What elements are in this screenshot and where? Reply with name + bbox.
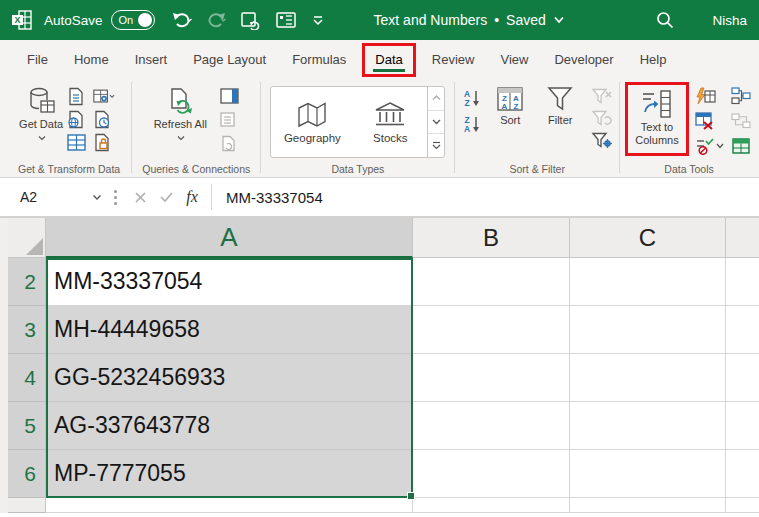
from-text-csv-icon[interactable]	[67, 86, 89, 106]
cell-partial[interactable]	[726, 258, 759, 306]
enter-button[interactable]	[153, 178, 179, 216]
bank-icon	[373, 101, 407, 129]
sort-button[interactable]: Z A A Z Sort	[489, 84, 531, 127]
document-title[interactable]: Text and Numbers • Saved	[374, 12, 565, 28]
tab-help[interactable]: Help	[627, 40, 680, 78]
cell-c2[interactable]	[570, 258, 726, 306]
row-header-3[interactable]: 3	[8, 306, 46, 354]
search-icon[interactable]	[652, 6, 678, 34]
reapply-filter-button[interactable]	[591, 108, 613, 128]
formula-bar-input[interactable]: MM-33337054	[218, 189, 323, 206]
manage-data-model-button[interactable]	[731, 136, 753, 156]
row-header-5[interactable]: 5	[8, 402, 46, 450]
existing-connections-icon[interactable]	[93, 132, 115, 152]
name-box[interactable]: A2	[8, 178, 108, 216]
properties-icon[interactable]	[220, 110, 242, 130]
flash-fill-button[interactable]	[695, 86, 717, 106]
group-separator	[131, 82, 132, 173]
from-web-icon[interactable]	[67, 109, 89, 129]
cell-a6[interactable]: MP-7777055	[46, 450, 413, 498]
cell-a2[interactable]: MM-33337054	[46, 258, 413, 306]
gallery-scroll-down[interactable]	[428, 111, 444, 135]
tab-file[interactable]: File	[14, 40, 61, 78]
cell-b6[interactable]	[413, 450, 570, 498]
queries-connections-pane-icon[interactable]	[220, 86, 242, 106]
get-data-button[interactable]: Get Data	[15, 84, 67, 144]
geography-data-type[interactable]: Geography	[271, 87, 353, 157]
formula-bar-handle[interactable]	[108, 190, 127, 205]
cell-b5[interactable]	[413, 402, 570, 450]
redo-button[interactable]	[203, 6, 229, 34]
row-header-2[interactable]: 2	[8, 258, 46, 306]
stocks-data-type[interactable]: Stocks	[353, 87, 427, 157]
cell-b4[interactable]	[413, 354, 570, 402]
cell-partial[interactable]	[726, 498, 759, 513]
tab-view[interactable]: View	[487, 40, 541, 78]
sort-ascending-button[interactable]: AZ	[463, 88, 485, 108]
gallery-scroll-up[interactable]	[428, 87, 444, 111]
cell-partial[interactable]	[726, 450, 759, 498]
cell-c6[interactable]	[570, 450, 726, 498]
dropdown-chevron-icon	[177, 135, 185, 141]
gallery-more-button[interactable]	[428, 134, 444, 157]
spreadsheet-grid: A B C 2 MM-33337054 3 MH-44449658 4 GG-5…	[0, 218, 759, 513]
gallery-scroll	[427, 87, 444, 157]
edit-links-icon[interactable]	[220, 134, 242, 154]
text-to-columns-button[interactable]: Text to Columns	[629, 87, 685, 147]
autosave-label: AutoSave	[44, 13, 103, 28]
column-header-partial[interactable]	[726, 218, 759, 258]
filter-button[interactable]: Filter	[537, 84, 583, 127]
column-header-c[interactable]: C	[570, 218, 726, 258]
cell-partial[interactable]	[726, 402, 759, 450]
column-header-b[interactable]: B	[413, 218, 570, 258]
cell-partial[interactable]	[726, 354, 759, 402]
advanced-filter-button[interactable]	[591, 130, 613, 150]
table-row: 5 AG-337643778	[8, 402, 759, 450]
cell-b7[interactable]	[413, 498, 570, 513]
data-validation-button[interactable]	[695, 136, 725, 156]
autosave-toggle[interactable]: On	[111, 10, 155, 30]
cell-c4[interactable]	[570, 354, 726, 402]
column-header-a[interactable]: A	[46, 218, 413, 258]
row-header-6[interactable]: 6	[8, 450, 46, 498]
undo-button[interactable]	[169, 6, 195, 34]
svg-text:A: A	[502, 102, 508, 111]
tab-page-layout[interactable]: Page Layout	[180, 40, 279, 78]
save-versions-icon[interactable]	[237, 6, 264, 34]
consolidate-button[interactable]	[731, 86, 753, 106]
dropdown-chevron-icon	[38, 135, 46, 141]
cell-a5[interactable]: AG-337643778	[46, 402, 413, 450]
tab-review[interactable]: Review	[419, 40, 488, 78]
row-header-4[interactable]: 4	[8, 354, 46, 402]
grid-left-gutter	[0, 218, 8, 513]
clear-filter-button[interactable]	[591, 86, 613, 106]
tab-insert[interactable]: Insert	[122, 40, 181, 78]
select-all-button[interactable]	[8, 218, 46, 258]
cancel-button[interactable]	[127, 178, 153, 216]
user-name[interactable]: Nisha	[712, 13, 747, 28]
insert-function-button[interactable]: fx	[179, 178, 205, 216]
cell-c3[interactable]	[570, 306, 726, 354]
cell-c7[interactable]	[570, 498, 726, 513]
tab-formulas[interactable]: Formulas	[279, 40, 359, 78]
cell-a4[interactable]: GG-5232456933	[46, 354, 413, 402]
tab-data[interactable]: Data	[362, 43, 415, 77]
from-table-range-icon[interactable]	[67, 132, 89, 152]
from-table-picture-icon[interactable]	[93, 86, 115, 106]
ribbon-display-options-icon[interactable]	[272, 6, 300, 34]
remove-duplicates-button[interactable]	[695, 111, 717, 131]
cell-b3[interactable]	[413, 306, 570, 354]
cell-a3[interactable]: MH-44449658	[46, 306, 413, 354]
quick-access-toolbar-chevron-icon[interactable]	[308, 6, 328, 34]
relationships-button[interactable]	[731, 111, 753, 131]
sort-descending-button[interactable]: ZA	[463, 114, 485, 134]
cell-a7[interactable]	[46, 498, 413, 513]
refresh-all-button[interactable]: Refresh All	[150, 84, 210, 144]
cell-partial[interactable]	[726, 306, 759, 354]
cell-b2[interactable]	[413, 258, 570, 306]
recent-sources-icon[interactable]	[93, 109, 115, 129]
tab-developer[interactable]: Developer	[541, 40, 626, 78]
cell-c5[interactable]	[570, 402, 726, 450]
row-header-7[interactable]	[8, 498, 46, 513]
tab-home[interactable]: Home	[61, 40, 122, 78]
